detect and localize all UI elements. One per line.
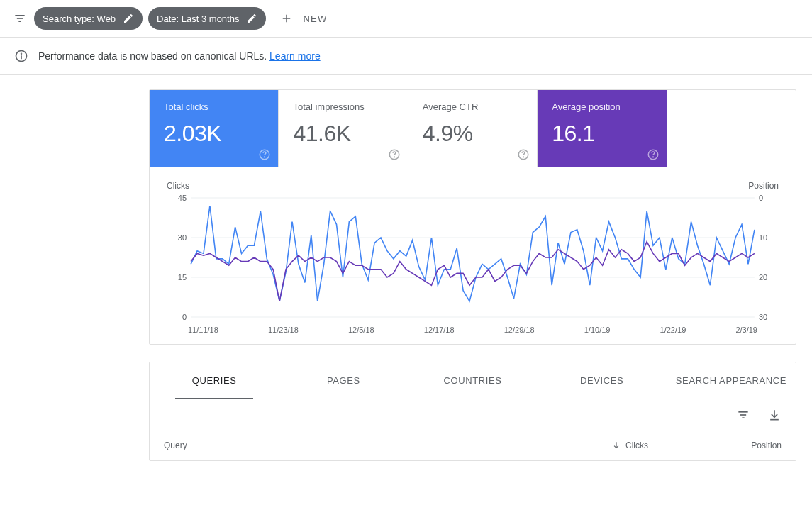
svg-text:0: 0	[182, 313, 187, 321]
metric-impressions[interactable]: Total impressions 41.6K	[279, 90, 408, 167]
chart-x-labels: 11/11/1811/23/1812/5/1812/17/1812/29/181…	[167, 326, 779, 334]
svg-point-15	[652, 157, 653, 157]
metric-ctr-value: 4.9%	[423, 121, 523, 147]
learn-more-link[interactable]: Learn more	[269, 50, 321, 62]
date-chip[interactable]: Date: Last 3 months	[148, 7, 266, 30]
date-label: Date: Last 3 months	[157, 13, 239, 24]
new-filter-button[interactable]: NEW	[272, 12, 335, 25]
metric-ctr-label: Average CTR	[423, 101, 523, 112]
filter-list-icon[interactable]	[11, 10, 28, 27]
metric-empty	[667, 90, 796, 167]
info-banner: Performance data is now based on canonic…	[0, 38, 812, 75]
edit-icon	[123, 13, 134, 24]
tab-search appearance[interactable]: SEARCH APPEARANCE	[667, 362, 796, 399]
svg-text:45: 45	[178, 194, 187, 202]
svg-point-7	[21, 53, 22, 54]
search-type-chip[interactable]: Search type: Web	[34, 7, 143, 30]
help-icon[interactable]	[258, 148, 271, 161]
queries-card: QUERIESPAGESCOUNTRIESDEVICESSEARCH APPEA…	[149, 362, 796, 461]
metric-impressions-value: 41.6K	[293, 121, 393, 147]
svg-text:20: 20	[759, 273, 767, 282]
filter-icon[interactable]	[736, 408, 750, 422]
table-toolbar	[150, 399, 796, 431]
new-label: NEW	[303, 13, 327, 24]
metric-clicks-label: Total clicks	[164, 101, 264, 112]
sort-desc-icon	[611, 440, 621, 450]
tab-countries[interactable]: COUNTRIES	[408, 362, 537, 399]
metric-position[interactable]: Average position 16.1	[538, 90, 667, 167]
info-icon	[14, 49, 28, 63]
metric-position-label: Average position	[552, 101, 652, 112]
plus-icon	[280, 12, 293, 25]
metric-ctr[interactable]: Average CTR 4.9%	[408, 90, 538, 167]
tab-queries[interactable]: QUERIES	[150, 362, 279, 399]
help-icon[interactable]	[647, 148, 660, 161]
metrics-row: Total clicks 2.03K Total impressions 41.…	[150, 90, 796, 167]
metric-clicks[interactable]: Total clicks 2.03K	[150, 90, 279, 167]
search-type-label: Search type: Web	[43, 13, 116, 24]
tabs-row: QUERIESPAGESCOUNTRIESDEVICESSEARCH APPEA…	[150, 362, 796, 399]
x-tick-label: 1/10/19	[584, 326, 611, 334]
metric-impressions-label: Total impressions	[293, 101, 393, 112]
tab-pages[interactable]: PAGES	[279, 362, 408, 399]
help-icon[interactable]	[388, 148, 401, 161]
metric-clicks-value: 2.03K	[164, 121, 264, 147]
col-clicks[interactable]: Clicks	[611, 440, 711, 450]
metric-position-value: 16.1	[552, 121, 652, 147]
x-tick-label: 12/17/18	[424, 326, 455, 334]
x-tick-label: 2/3/19	[735, 326, 757, 334]
performance-chart[interactable]: 45301500102030	[167, 194, 779, 321]
svg-text:0: 0	[759, 194, 763, 202]
col-clicks-label: Clicks	[625, 440, 648, 450]
x-tick-label: 1/22/19	[660, 326, 686, 334]
chart-area: Clicks Position 45301500102030 11/11/181…	[150, 167, 796, 344]
svg-text:30: 30	[178, 233, 187, 242]
svg-text:15: 15	[178, 273, 187, 282]
svg-point-9	[265, 157, 265, 157]
filter-bar: Search type: Web Date: Last 3 months NEW	[0, 0, 812, 38]
x-tick-label: 11/11/18	[188, 326, 218, 334]
svg-point-11	[394, 157, 394, 157]
chart-left-axis-label: Clicks	[167, 181, 189, 191]
chart-right-axis-label: Position	[748, 181, 779, 191]
x-tick-label: 12/29/18	[504, 326, 535, 334]
col-query[interactable]: Query	[164, 440, 611, 450]
download-icon[interactable]	[767, 408, 782, 422]
col-position[interactable]: Position	[711, 440, 782, 450]
x-tick-label: 11/23/18	[268, 326, 299, 334]
x-tick-label: 12/5/18	[348, 326, 374, 334]
performance-card: Total clicks 2.03K Total impressions 41.…	[149, 89, 796, 345]
edit-icon	[246, 13, 257, 24]
svg-point-13	[523, 157, 524, 157]
svg-text:10: 10	[759, 233, 767, 242]
content-area: Total clicks 2.03K Total impressions 41.…	[0, 75, 812, 461]
help-icon[interactable]	[517, 148, 530, 161]
table-header: Query Clicks Position	[150, 431, 796, 460]
svg-text:30: 30	[759, 313, 767, 321]
tab-devices[interactable]: DEVICES	[538, 362, 667, 399]
info-text: Performance data is now based on canonic…	[38, 50, 269, 62]
